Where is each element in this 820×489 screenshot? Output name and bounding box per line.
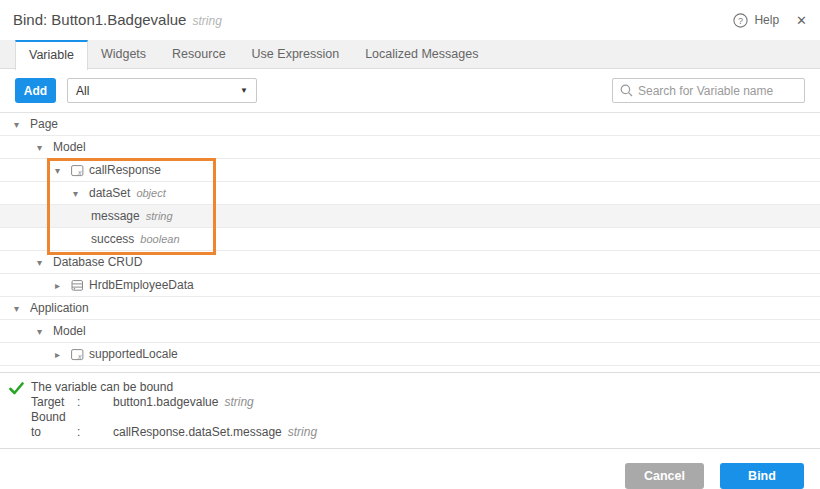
caret-down-icon[interactable]: ▾ [14, 119, 30, 130]
dropdown-arrow-icon: ▼ [240, 86, 248, 95]
close-icon[interactable]: ✕ [796, 14, 807, 27]
tree-row-dataset[interactable]: ▾ dataSet object [0, 182, 820, 205]
help-button[interactable]: ? Help [733, 13, 779, 28]
search-box [612, 78, 805, 103]
tab-widgets[interactable]: Widgets [88, 40, 159, 69]
status-boundto-row: Bound to:callResponse.dataSet.messagestr… [31, 410, 820, 440]
tree-row-label: Page [30, 117, 58, 131]
tab-localized-messages[interactable]: Localized Messages [352, 40, 491, 69]
tree-row-label: dataSet [89, 186, 130, 200]
search-input[interactable] [638, 84, 797, 98]
status-boundto-value: callResponse.dataSet.message [113, 425, 282, 439]
success-check-icon [9, 382, 24, 395]
tree-row-success[interactable]: success boolean [0, 228, 820, 251]
tree-row-label: success [91, 232, 134, 246]
tree-row-type: object [136, 187, 165, 199]
bind-dialog: Bind: Button1.Badgevaluestring ? Help ✕ … [0, 0, 820, 489]
help-icon: ? [733, 13, 748, 28]
dialog-title-type: string [192, 14, 221, 28]
dialog-title-text: Bind: Button1.Badgevalue [13, 11, 186, 28]
toolbar: Add All ▼ [0, 69, 820, 112]
tab-bar: Variable Widgets Resource Use Expression… [0, 40, 820, 69]
variable-icon: x [71, 164, 84, 177]
bind-button[interactable]: Bind [720, 463, 804, 489]
tree-row-hrdbemployeedata[interactable]: ▸ HrdbEmployeeData [0, 274, 820, 297]
status-boundto-label: Bound to [31, 410, 77, 440]
tab-variable[interactable]: Variable [15, 40, 88, 70]
svg-text:x: x [77, 168, 82, 175]
tree-row-type: boolean [140, 233, 179, 245]
tree-row-database-crud[interactable]: ▾ Database CRUD [0, 251, 820, 274]
dialog-header: Bind: Button1.Badgevaluestring ? Help ✕ [0, 0, 820, 40]
tree-row-callresponse[interactable]: ▾ x callResponse [0, 159, 820, 182]
svg-text:?: ? [738, 15, 743, 25]
tree-row-label: Application [30, 301, 89, 315]
bind-status-panel: The variable can be bound Target:button1… [0, 372, 820, 449]
add-button[interactable]: Add [15, 78, 56, 103]
caret-right-icon[interactable]: ▸ [55, 280, 71, 291]
tree-row-type: string [146, 210, 173, 222]
variable-filter-select[interactable]: All ▼ [67, 78, 257, 103]
variable-icon: x [71, 348, 84, 361]
caret-down-icon[interactable]: ▾ [73, 188, 89, 199]
tree-row-message[interactable]: message string [0, 205, 820, 228]
tree-row-label: Model [53, 140, 86, 154]
tree-row-app-model[interactable]: ▾ Model [0, 320, 820, 343]
status-separator: : [77, 395, 113, 410]
tree-row-supportedlocale[interactable]: ▸ x supportedLocale [0, 343, 820, 366]
search-icon [620, 84, 633, 97]
help-label: Help [754, 13, 779, 27]
caret-down-icon[interactable]: ▾ [37, 326, 53, 337]
variable-tree: ▾ Page ▾ Model ▾ x callResponse ▾ dataSe… [0, 112, 820, 366]
status-target-type: string [224, 395, 253, 409]
svg-text:x: x [77, 352, 82, 359]
tree-row-model[interactable]: ▾ Model [0, 136, 820, 159]
cancel-button[interactable]: Cancel [625, 463, 704, 489]
caret-down-icon[interactable]: ▾ [14, 303, 30, 314]
tree-row-label: HrdbEmployeeData [89, 278, 194, 292]
filter-selected-value: All [76, 84, 89, 98]
tab-use-expression[interactable]: Use Expression [239, 40, 353, 69]
status-separator: : [77, 425, 113, 440]
status-message: The variable can be bound [31, 380, 820, 395]
tree-row-label: Model [53, 324, 86, 338]
dialog-title: Bind: Button1.Badgevaluestring [13, 11, 222, 28]
dialog-footer: Cancel Bind [0, 449, 820, 489]
tree-row-label: Database CRUD [53, 255, 142, 269]
status-boundto-type: string [288, 425, 317, 439]
caret-down-icon[interactable]: ▾ [37, 142, 53, 153]
tree-row-page[interactable]: ▾ Page [0, 113, 820, 136]
database-icon [71, 279, 84, 292]
tree-row-label: supportedLocale [89, 347, 178, 361]
status-target-value: button1.badgevalue [113, 395, 218, 409]
caret-down-icon[interactable]: ▾ [37, 257, 53, 268]
caret-right-icon[interactable]: ▸ [55, 349, 71, 360]
status-target-row: Target:button1.badgevaluestring [31, 395, 820, 410]
tree-row-label: message [91, 209, 140, 223]
caret-down-icon[interactable]: ▾ [55, 165, 71, 176]
tree-row-label: callResponse [89, 163, 161, 177]
status-target-label: Target [31, 395, 77, 410]
tab-resource[interactable]: Resource [159, 40, 239, 69]
tree-row-application[interactable]: ▾ Application [0, 297, 820, 320]
